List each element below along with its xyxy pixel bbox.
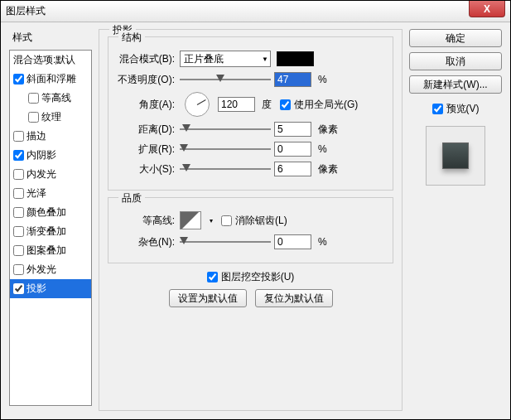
structure-fieldset: 结构 混合模式(B): 正片叠底 ▼ 不透明度(O): 47 % (108, 36, 393, 191)
noise-unit: % (318, 236, 327, 248)
ok-button[interactable]: 确定 (409, 29, 502, 47)
sidebar-item-checkbox[interactable] (13, 264, 24, 275)
global-light-checkbox[interactable] (280, 99, 291, 110)
blend-options-header[interactable]: 混合选项:默认 (10, 51, 91, 70)
blend-mode-label: 混合模式(B): (117, 52, 176, 66)
preview-checkbox[interactable] (432, 104, 443, 114)
sidebar-item-label: 图案叠加 (27, 244, 66, 258)
contour-label: 等高线: (117, 214, 176, 228)
reset-default-button[interactable]: 复位为默认值 (255, 289, 333, 307)
preview-label: 预览(V) (446, 102, 480, 116)
sidebar-item-label: 渐变叠加 (27, 224, 66, 239)
preview-box (426, 126, 485, 186)
angle-input[interactable]: 120 (218, 97, 255, 112)
sidebar-item-8[interactable]: 渐变叠加 (10, 222, 91, 241)
chevron-down-icon: ▼ (262, 56, 268, 63)
sidebar-item-label: 斜面和浮雕 (27, 72, 76, 86)
chevron-down-icon[interactable]: ▾ (210, 217, 213, 224)
titlebar: 图层样式 X (1, 1, 510, 22)
spread-unit: % (318, 143, 327, 155)
antialias-label: 消除锯齿(L) (235, 214, 287, 228)
quality-fieldset: 品质 等高线: ▾ 消除锯齿(L) 杂色(N): 0 % (108, 197, 393, 263)
quality-legend: 品质 (118, 191, 145, 205)
sidebar-item-checkbox[interactable] (13, 207, 24, 218)
sidebar-item-4[interactable]: 内阴影 (10, 146, 91, 165)
angle-label: 角度(A): (117, 98, 176, 112)
sidebar-item-label: 内阴影 (27, 148, 56, 162)
sidebar-item-label: 颜色叠加 (27, 205, 66, 220)
sidebar-item-checkbox[interactable] (28, 93, 39, 104)
sidebar-item-9[interactable]: 图案叠加 (10, 241, 91, 260)
knockout-label: 图层挖空投影(U) (221, 270, 295, 284)
blend-mode-select[interactable]: 正片叠底 ▼ (180, 51, 271, 67)
opacity-input[interactable]: 47 (274, 72, 311, 87)
sidebar-item-label: 投影 (27, 282, 46, 296)
sidebar-item-label: 纹理 (41, 110, 61, 124)
noise-slider[interactable] (180, 234, 271, 249)
sidebar-item-checkbox[interactable] (13, 245, 24, 256)
preview-thumbnail (442, 142, 469, 169)
cancel-button[interactable]: 取消 (409, 52, 502, 70)
sidebar-item-checkbox[interactable] (13, 150, 24, 161)
style-sidebar: 样式 混合选项:默认 斜面和浮雕等高线纹理描边内阴影内发光光泽颜色叠加渐变叠加图… (9, 29, 92, 411)
sidebar-item-3[interactable]: 描边 (10, 127, 91, 146)
shadow-color-swatch[interactable] (277, 51, 314, 66)
size-slider[interactable] (180, 162, 271, 176)
size-label: 大小(S): (117, 162, 176, 176)
spread-input[interactable]: 0 (274, 142, 311, 157)
global-light-label: 使用全局光(G) (294, 98, 358, 112)
distance-slider[interactable] (180, 122, 271, 137)
noise-input[interactable]: 0 (274, 234, 311, 249)
close-icon: X (484, 3, 490, 15)
new-style-button[interactable]: 新建样式(W)... (409, 75, 502, 94)
sidebar-item-checkbox[interactable] (13, 188, 24, 199)
dialog-window: 图层样式 X 样式 混合选项:默认 斜面和浮雕等高线纹理描边内阴影内发光光泽颜色… (0, 0, 511, 420)
sidebar-item-6[interactable]: 光泽 (10, 184, 91, 203)
distance-unit: 像素 (318, 123, 338, 137)
sidebar-item-label: 光泽 (27, 186, 46, 200)
sidebar-item-checkbox[interactable] (28, 112, 39, 123)
sidebar-title: 样式 (9, 29, 92, 50)
sidebar-item-checkbox[interactable] (13, 169, 24, 180)
make-default-button[interactable]: 设置为默认值 (169, 289, 247, 307)
sidebar-item-label: 等高线 (41, 91, 71, 105)
angle-unit: 度 (262, 98, 272, 112)
action-column: 确定 取消 新建样式(W)... 预览(V) (409, 29, 502, 411)
angle-dial[interactable] (185, 92, 210, 117)
size-unit: 像素 (318, 162, 338, 176)
opacity-slider[interactable] (180, 72, 271, 87)
sidebar-item-checkbox[interactable] (13, 74, 24, 84)
sidebar-item-label: 外发光 (27, 263, 56, 277)
sidebar-item-checkbox[interactable] (13, 226, 24, 237)
sidebar-item-7[interactable]: 颜色叠加 (10, 203, 91, 222)
contour-picker[interactable] (180, 211, 201, 229)
sidebar-item-5[interactable]: 内发光 (10, 165, 91, 184)
knockout-checkbox[interactable] (207, 272, 218, 282)
sidebar-item-11[interactable]: 投影 (10, 279, 91, 298)
size-input[interactable]: 6 (274, 162, 311, 176)
window-title: 图层样式 (6, 4, 46, 18)
distance-label: 距离(D): (117, 123, 176, 137)
sidebar-item-0[interactable]: 斜面和浮雕 (10, 70, 91, 89)
structure-legend: 结构 (118, 31, 145, 45)
sidebar-item-label: 内发光 (27, 167, 56, 181)
sidebar-item-10[interactable]: 外发光 (10, 260, 91, 279)
sidebar-item-checkbox[interactable] (13, 283, 24, 294)
close-button[interactable]: X (469, 1, 505, 17)
sidebar-item-2[interactable]: 纹理 (10, 108, 91, 127)
settings-panel: 投影 结构 混合模式(B): 正片叠底 ▼ 不透明度(O): (99, 29, 403, 411)
spread-slider[interactable] (180, 142, 271, 157)
sidebar-item-checkbox[interactable] (13, 131, 24, 142)
style-list: 混合选项:默认 斜面和浮雕等高线纹理描边内阴影内发光光泽颜色叠加渐变叠加图案叠加… (9, 50, 92, 406)
sidebar-item-label: 描边 (27, 129, 46, 143)
sidebar-item-1[interactable]: 等高线 (10, 89, 91, 108)
opacity-unit: % (318, 74, 327, 85)
noise-label: 杂色(N): (117, 235, 176, 249)
antialias-checkbox[interactable] (221, 215, 232, 226)
blend-mode-value: 正片叠底 (184, 52, 224, 66)
distance-input[interactable]: 5 (274, 122, 311, 137)
spread-label: 扩展(R): (117, 142, 176, 157)
opacity-label: 不透明度(O): (117, 73, 176, 87)
